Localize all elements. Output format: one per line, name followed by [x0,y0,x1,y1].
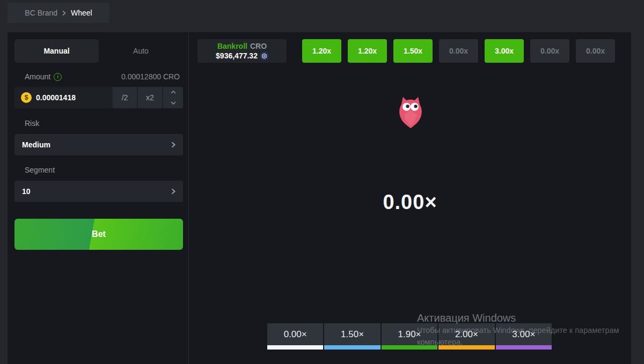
breadcrumb-brand[interactable]: BC Brand [25,9,57,17]
history-badge: 0.00x [530,39,569,63]
history-badge: 1.20x [348,39,387,63]
bet-sidebar: Manual Auto Amount i 0.00012800 CRO $ /2… [8,32,189,364]
legend-cell: 1.50× [324,323,380,350]
legend-color-bar [496,345,552,350]
legend-color-bar [382,345,437,350]
current-multiplier: 0.00× [189,191,631,214]
history-badge: 1.50x [393,39,433,63]
breadcrumb: BC Brand Wheel [8,3,109,23]
game-area: Bankroll CRO $936,477.32 1.20x 1.20x 1.5… [189,32,631,364]
legend-cell: 3.00× [496,323,552,350]
legend-label: 1.90× [382,323,437,345]
history-badge: 0.00x [576,39,615,63]
bankroll-display: Bankroll CRO $936,477.32 [197,39,287,63]
history-badge: 0.00x [439,39,478,63]
cro-coin-icon [260,52,268,60]
tab-manual[interactable]: Manual [14,39,99,63]
legend-color-bar [267,345,323,350]
segment-label: Segment [25,166,55,174]
breadcrumb-page: Wheel [71,9,92,17]
chevron-right-icon [171,188,175,195]
result-history: 1.20x 1.20x 1.50x 0.00x 3.00x 0.00x 0.00… [302,39,615,63]
risk-label: Risk [25,119,39,128]
bankroll-value: $936,477.32 [216,51,258,61]
bet-button[interactable]: Bet [14,219,183,250]
bankroll-label: Bankroll [217,41,247,51]
legend-color-bar [438,345,494,350]
legend-label: 3.00× [496,323,552,345]
segment-value: 10 [22,187,31,196]
dollar-coin-icon: $ [21,92,32,103]
multiplier-legend: 0.00× 1.50× 1.90× 2.00× 3.00× [267,323,552,350]
amount-label-text: Amount [25,72,50,81]
amount-header: Amount i 0.00012800 CRO [14,72,183,81]
legend-cell: 1.90× [382,323,437,350]
risk-select[interactable]: Medium [14,134,183,155]
amount-balance: 0.00012800 CRO [121,72,180,81]
history-badge: 3.00x [485,39,524,63]
bankroll-amount: $936,477.32 [216,51,268,61]
legend-cell: 2.00× [438,323,494,350]
amount-field[interactable] [36,93,112,102]
owl-mascot [396,96,425,129]
half-bet-button[interactable]: /2 [113,87,137,108]
game-panel: Manual Auto Amount i 0.00012800 CRO $ /2… [8,32,631,364]
wheel-game-screen: BC Brand Wheel Manual Auto Amount i 0.00… [0,0,644,364]
amount-stepper [163,87,183,108]
top-bar: BC Brand Wheel [0,0,644,32]
stepper-down-icon[interactable] [163,98,183,108]
mode-tabs: Manual Auto [14,39,183,63]
bankroll-currency: CRO [250,41,267,51]
info-icon[interactable]: i [54,73,62,81]
chevron-right-icon [171,142,175,148]
legend-label: 0.00× [267,323,323,345]
amount-label: Amount i [25,72,62,81]
stepper-up-icon[interactable] [163,87,183,98]
breadcrumb-chevron-icon [62,10,66,16]
segment-select[interactable]: 10 [14,181,183,202]
legend-label: 1.50× [324,323,380,345]
bankroll-header: Bankroll CRO [217,41,267,51]
legend-label: 2.00× [438,323,494,345]
risk-value: Medium [22,140,50,149]
legend-cell: 0.00× [267,323,323,350]
amount-input-group: $ /2 x2 [14,87,183,108]
history-badge: 1.20x [302,39,341,63]
double-bet-button[interactable]: x2 [138,87,162,108]
tab-auto[interactable]: Auto [99,39,183,63]
legend-color-bar [324,345,380,350]
